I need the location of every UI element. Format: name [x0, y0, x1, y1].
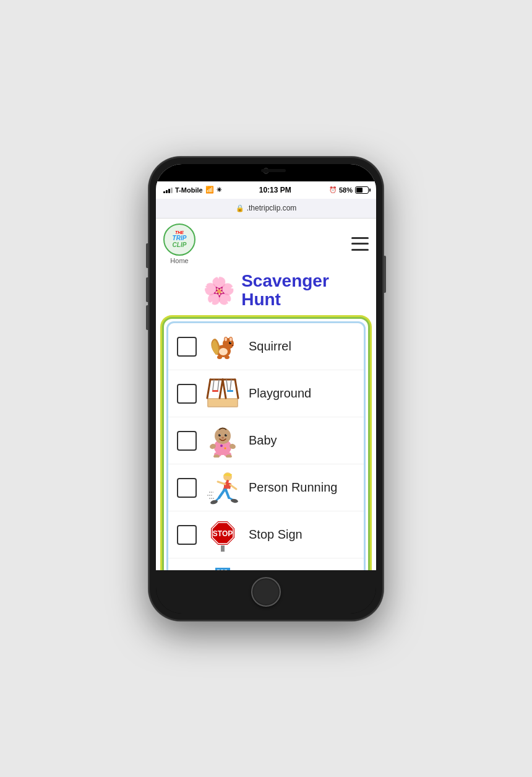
wifi-icon: 📶	[205, 186, 214, 194]
running-label: Person Running	[249, 480, 337, 495]
lock-icon: 🔒	[236, 204, 244, 212]
svg-rect-25	[227, 390, 233, 392]
page-title: Scavenger Hunt	[241, 272, 329, 310]
battery-fill	[356, 188, 363, 193]
baby-svg	[204, 423, 241, 458]
logo-trip-text: TRIP	[173, 235, 187, 241]
list-item: Playground	[168, 370, 364, 417]
signal-bars-icon	[163, 187, 173, 193]
svg-point-8	[231, 345, 233, 346]
list-item: Tall building	[168, 558, 364, 570]
squirrel-svg	[206, 331, 240, 362]
list-item: Baby	[168, 417, 364, 464]
squirrel-label: Squirrel	[249, 339, 291, 354]
svg-rect-57	[221, 545, 225, 552]
building-svg	[204, 565, 241, 570]
baby-image	[204, 423, 241, 458]
battery-icon	[355, 186, 369, 194]
svg-point-31	[226, 434, 226, 435]
stopsign-checkbox[interactable]	[177, 525, 197, 545]
svg-line-20	[213, 380, 214, 390]
list-item: Squirrel	[168, 323, 364, 370]
playground-label: Playground	[249, 386, 311, 401]
svg-point-30	[220, 434, 220, 435]
playground-image	[204, 376, 241, 410]
speaker	[261, 169, 286, 172]
svg-text:STOP: STOP	[213, 529, 233, 538]
stopsign-svg: STOP	[204, 518, 241, 552]
phone-device: T-Mobile 📶 ✳ 10:13 PM ⏰ 58%	[148, 157, 384, 621]
svg-line-45	[219, 490, 225, 498]
logo-home-label: Home	[170, 257, 188, 264]
title-area: 🌸 Scavenger Hunt	[156, 269, 376, 318]
status-bar: T-Mobile 📶 ✳ 10:13 PM ⏰ 58%	[156, 181, 376, 199]
svg-line-23	[226, 380, 228, 390]
playground-svg	[204, 376, 241, 410]
baby-label: Baby	[249, 433, 277, 448]
svg-line-44	[230, 485, 236, 489]
running-checkbox[interactable]	[177, 478, 197, 498]
squirrel-image	[204, 329, 241, 363]
svg-point-10	[225, 355, 230, 359]
phone-inner: T-Mobile 📶 ✳ 10:13 PM ⏰ 58%	[156, 164, 376, 614]
battery-percent: 58%	[339, 186, 353, 194]
baby-checkbox[interactable]	[177, 431, 197, 451]
building-image	[204, 565, 241, 570]
svg-point-3	[225, 337, 227, 341]
svg-point-27	[215, 428, 231, 444]
carrier-label: T-Mobile	[175, 186, 203, 194]
svg-line-17	[235, 380, 238, 398]
notch-bar	[156, 164, 376, 181]
scavenger-card: Squirrel	[162, 317, 370, 570]
svg-line-16	[220, 380, 223, 398]
app-content: THE TRIP CLIP Home	[156, 219, 376, 570]
svg-line-43	[218, 482, 225, 484]
home-button[interactable]	[251, 577, 281, 607]
svg-rect-13	[208, 399, 237, 406]
hamburger-menu-button[interactable]	[351, 237, 369, 251]
stopsign-image: STOP	[204, 518, 241, 552]
logo-the-text: THE	[173, 230, 187, 235]
svg-point-32	[221, 437, 224, 439]
svg-point-40	[225, 448, 226, 449]
url-bar[interactable]: 🔒 .thetripclip.com	[156, 199, 376, 219]
list-item: Person Running	[168, 464, 364, 511]
scavenger-inner: Squirrel	[166, 321, 366, 570]
flower-icon: 🌸	[203, 276, 235, 306]
status-left: T-Mobile 📶 ✳	[163, 186, 221, 194]
app-header: THE TRIP CLIP Home	[156, 219, 376, 269]
svg-line-14	[207, 380, 210, 398]
svg-line-24	[230, 380, 231, 390]
list-item: STOP Stop Sign	[168, 511, 364, 558]
home-button-area	[156, 570, 376, 614]
status-right: ⏰ 58%	[329, 186, 369, 194]
running-image	[204, 471, 241, 505]
svg-point-39	[220, 445, 223, 447]
screen: T-Mobile 📶 ✳ 10:13 PM ⏰ 58%	[156, 164, 376, 570]
svg-point-9	[217, 355, 222, 359]
url-text: .thetripclip.com	[247, 204, 297, 212]
svg-line-47	[226, 490, 229, 498]
squirrel-checkbox[interactable]	[177, 337, 197, 357]
svg-rect-22	[212, 390, 218, 392]
logo-area[interactable]: THE TRIP CLIP Home	[163, 224, 195, 264]
svg-point-11	[219, 348, 228, 355]
svg-point-5	[230, 337, 232, 341]
battery-body	[355, 186, 369, 194]
logo-clip-text: CLIP	[173, 241, 187, 248]
stopsign-label: Stop Sign	[249, 527, 302, 542]
settings-icon: ✳	[217, 186, 221, 193]
svg-line-21	[218, 380, 219, 390]
playground-checkbox[interactable]	[177, 384, 197, 404]
logo-circle: THE TRIP CLIP	[163, 224, 195, 256]
svg-point-7	[230, 342, 231, 342]
time-display: 10:13 PM	[259, 186, 291, 194]
runner-svg	[204, 471, 241, 505]
alarm-icon: ⏰	[329, 186, 337, 193]
